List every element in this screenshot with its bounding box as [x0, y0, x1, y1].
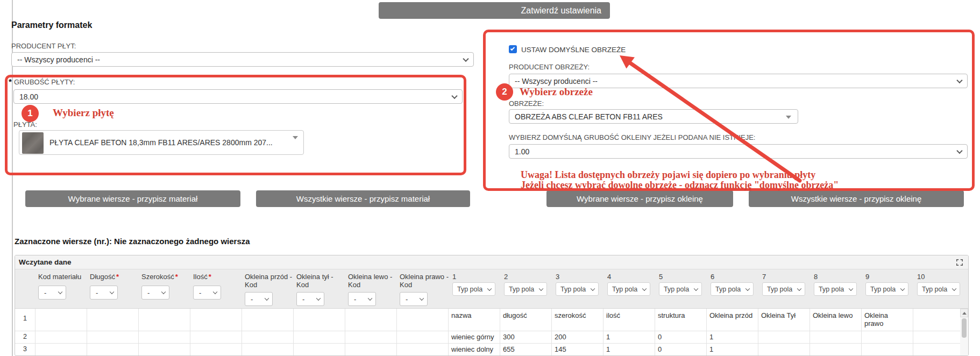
scrollbar-thumb[interactable]	[962, 318, 967, 338]
submit-settings-button[interactable]: Zatwierdź ustawienia	[379, 2, 610, 19]
column-divider	[293, 309, 294, 356]
mapping-select-szerokosc[interactable]: -	[141, 286, 169, 300]
field-column-number: 7	[762, 273, 766, 281]
dropdown-arrow-icon	[293, 136, 298, 139]
chevron-down-icon	[487, 286, 492, 290]
column-label-ilosc: Ilość*	[193, 273, 243, 281]
table-cell: 1	[606, 333, 654, 341]
table-cell: 0	[658, 333, 705, 341]
required-mark: *	[116, 273, 119, 281]
chevron-down-icon	[591, 286, 595, 290]
chevron-down-icon	[316, 296, 321, 301]
default-edge-checkbox-label[interactable]: USTAW DOMYŚLNE OBRZEŻE	[521, 46, 626, 54]
mapping-select-kod-materialu[interactable]: -	[38, 286, 66, 300]
submit-settings-label: Zatwierdź ustawienia	[521, 6, 601, 16]
field-column-number: 1	[452, 273, 456, 281]
chevron-down-icon	[745, 286, 750, 290]
mapping-select-okleina-lewo[interactable]: -	[348, 292, 376, 306]
field-type-select-4[interactable]: Typ pola	[607, 282, 650, 296]
field-type-select-9[interactable]: Typ pola	[865, 282, 908, 296]
column-divider	[448, 309, 449, 356]
mapping-select-okleina-prawo[interactable]: -	[400, 292, 428, 306]
column-divider	[655, 309, 655, 356]
field-type-select-2[interactable]: Typ pola	[504, 282, 547, 296]
field-type-select-10[interactable]: Typ pola	[917, 282, 960, 296]
edge-label: OBRZEŻE:	[509, 99, 544, 108]
table-cell: 145	[555, 345, 602, 353]
field-type-select-8[interactable]: Typ pola	[814, 282, 857, 296]
column-divider	[345, 309, 345, 356]
board-producer-select[interactable]: -- Wszyscy producenci --	[11, 52, 474, 67]
column-divider	[500, 309, 500, 356]
table-cell: ilość	[606, 311, 654, 319]
chevron-down-icon	[849, 286, 853, 290]
chevron-down-icon	[110, 290, 114, 294]
table-title-bar: Wczytane dane	[15, 255, 968, 269]
field-column-number: 10	[917, 273, 925, 281]
expand-icon[interactable]	[956, 259, 963, 266]
required-mark: *	[175, 273, 178, 281]
mapping-select-okleina-przod[interactable]: -	[245, 292, 273, 306]
column-divider	[551, 309, 552, 356]
default-veneer-select[interactable]: 1.00	[509, 144, 968, 159]
checkmark-icon	[510, 46, 515, 51]
chevron-down-icon	[265, 296, 269, 301]
chevron-down-icon	[900, 286, 905, 290]
table-cell: Okleina lewo	[813, 311, 860, 319]
edge-select[interactable]: OBRZEŻA ABS CLEAF BETON FB11 ARES	[509, 109, 798, 124]
column-label-okleina-lewo: Okleina lewo - Kod	[348, 273, 397, 289]
assign-selected-veneer-button[interactable]: Wybrane wiersze - przypisz okleinę	[546, 190, 733, 207]
assign-selected-material-button[interactable]: Wybrane wiersze - przypisz materiał	[25, 190, 240, 207]
field-type-select-3[interactable]: Typ pola	[556, 282, 599, 296]
board-thickness-value: 18.00	[19, 92, 38, 101]
scroll-up-button[interactable]	[960, 309, 968, 317]
column-label-okleina-prawo: Okleina prawo - Kod	[400, 273, 449, 289]
field-column-number: 5	[659, 273, 663, 281]
column-divider	[758, 309, 758, 356]
chevron-down-icon	[213, 290, 217, 294]
field-type-select-7[interactable]: Typ pola	[762, 282, 805, 296]
table-cell: wieniec górny	[451, 333, 499, 341]
board-select[interactable]: PŁYTA CLEAF BETON 18,3mm FB11 ARES/ARES …	[19, 130, 304, 155]
chevron-down-icon	[463, 55, 468, 61]
table-cell: 0	[658, 345, 705, 353]
edge-warning-line1: Uwaga! Lista dostępnych obrzeży pojawi s…	[521, 169, 815, 181]
column-divider	[242, 309, 242, 356]
table-cell: 1	[709, 333, 757, 341]
field-type-select-1[interactable]: Typ pola	[452, 282, 495, 296]
chevron-down-icon	[539, 286, 543, 290]
column-divider	[706, 309, 707, 356]
table-cell: 1	[709, 345, 757, 353]
board-thickness-label: GRUBOŚĆ PŁYTY:	[14, 78, 75, 86]
assign-all-veneer-button[interactable]: Wszystkie wiersze - przypisz okleinę	[749, 190, 964, 207]
chevron-down-icon	[797, 286, 801, 290]
table-title: Wczytane dane	[19, 258, 72, 266]
dropdown-arrow-icon	[786, 116, 791, 119]
table-scrollbar[interactable]	[960, 309, 968, 356]
table-cell: 1	[606, 345, 654, 353]
column-divider	[35, 309, 35, 356]
board-thickness-select[interactable]: 18.00	[13, 89, 463, 104]
loaded-data-table: Wczytane dane Kod materiału - Długość* -…	[15, 255, 969, 356]
chevron-down-icon	[451, 92, 457, 98]
step-1-badge: 1	[22, 105, 39, 122]
step-2-badge: 2	[496, 83, 513, 101]
column-divider	[190, 309, 190, 356]
default-veneer-label: WYBIERZ DOMYŚLNĄ GRUBOŚĆ OKLEINY JEŻELI …	[509, 133, 755, 141]
mapping-select-dlugosc[interactable]: -	[90, 286, 118, 300]
table-cell: 300	[503, 333, 550, 341]
chevron-down-icon	[420, 296, 424, 301]
board-label: PŁYTA:	[13, 120, 37, 129]
table-cell: szerokość	[555, 311, 602, 319]
scroll-up-icon	[962, 312, 967, 315]
mapping-select-okleina-tyl[interactable]: -	[296, 292, 324, 306]
field-column-number: 9	[865, 273, 869, 281]
field-type-select-6[interactable]: Typ pola	[711, 282, 754, 296]
board-thumbnail	[22, 132, 44, 154]
assign-all-material-button[interactable]: Wszystkie wiersze - przypisz materiał	[256, 190, 470, 207]
column-label-okleina-tyl: Okleina tył - Kod	[296, 273, 346, 289]
chevron-down-icon	[956, 147, 962, 153]
mapping-select-ilosc[interactable]: -	[193, 286, 221, 300]
default-edge-checkbox[interactable]	[509, 45, 517, 53]
field-type-select-5[interactable]: Typ pola	[659, 282, 702, 296]
